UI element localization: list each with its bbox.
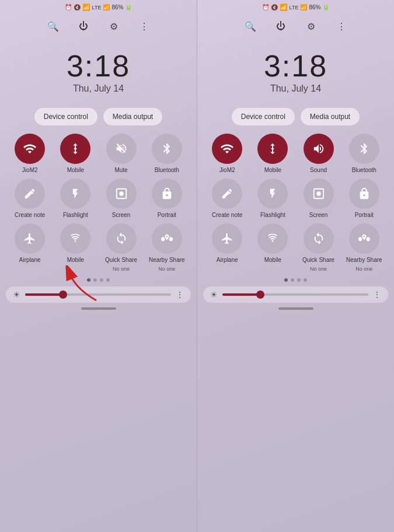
toggle-jiom2[interactable]: JioM2 — [205, 134, 249, 174]
device-control-button[interactable]: Device control — [34, 108, 97, 125]
toggle-bluetooth[interactable]: Bluetooth — [343, 134, 386, 174]
toggle-screen-recorder[interactable]: Screen — [297, 178, 340, 219]
wifi-icon: 📶 — [82, 4, 90, 11]
toggle-circle-sound — [304, 134, 334, 164]
toggle-circle-quick-share — [304, 223, 334, 254]
toggle-circle-mobile-hotspot — [257, 223, 288, 254]
toggle-bluetooth[interactable]: Bluetooth — [145, 134, 189, 174]
toggle-circle-airplane — [212, 223, 242, 254]
mute-icon: 🔇 — [74, 4, 81, 10]
toggle-nearby-share[interactable]: Nearby ShareNo one — [343, 223, 386, 272]
toggle-circle-mute — [106, 134, 137, 164]
toggle-label-mobile-hotspot: Mobile — [264, 257, 281, 264]
more-button[interactable]: ⋮ — [332, 17, 351, 36]
toggle-label-mobile-hotspot: Mobile — [67, 257, 84, 264]
toggle-circle-quick-share — [106, 223, 137, 254]
toggle-create-note[interactable]: Create note — [8, 178, 51, 219]
toggle-jiom2[interactable]: JioM2 — [8, 134, 51, 174]
toggle-circle-airplane — [15, 223, 45, 254]
pagination-dot-0 — [284, 278, 288, 282]
toggle-label-jiom2: JioM2 — [22, 167, 38, 174]
media-output-button[interactable]: Media output — [103, 108, 162, 125]
toggle-circle-mobile-hotspot — [60, 223, 90, 254]
svg-point-2 — [119, 191, 123, 195]
toggle-flashlight[interactable]: Flashlight — [251, 178, 294, 219]
pagination-dots — [284, 278, 307, 282]
toggle-circle-flashlight — [60, 178, 90, 209]
pagination-dot-3 — [304, 278, 307, 282]
alarm-icon: ⏰ — [65, 4, 72, 10]
toggle-label-nearby-share: Nearby Share — [346, 257, 382, 264]
power-button[interactable]: ⏻ — [74, 17, 93, 36]
toggle-circle-jiom2 — [212, 134, 242, 164]
toggle-create-note[interactable]: Create note — [205, 178, 249, 219]
toggle-label-mobile-data: Mobile — [67, 167, 84, 174]
status-bar: ⏰ 🔇 📶 LTE 📶 86% 🔋 — [197, 0, 394, 12]
battery-level: 86% — [309, 4, 320, 10]
toggle-screen-recorder[interactable]: Screen — [99, 178, 142, 219]
search-button[interactable]: 🔍 — [241, 17, 260, 36]
battery-icon: 🔋 — [125, 4, 132, 10]
toggle-quick-share[interactable]: Quick ShareNo one — [297, 223, 340, 272]
toggle-portrait[interactable]: Portrait — [343, 178, 386, 219]
status-icons: ⏰ 🔇 📶 LTE 📶 86% 🔋 — [262, 4, 330, 11]
brightness-fill — [25, 293, 61, 296]
signal-bars: 📶 — [300, 4, 307, 10]
toggle-label-sound: Sound — [310, 167, 327, 174]
toggle-label-portrait: Portrait — [158, 212, 176, 219]
toggle-mute[interactable]: Mute — [99, 134, 142, 174]
svg-point-6 — [316, 191, 320, 195]
toggle-nearby-share[interactable]: Nearby ShareNo one — [145, 223, 189, 272]
settings-button[interactable]: ⚙ — [104, 17, 123, 36]
toggle-flashlight[interactable]: Flashlight — [54, 178, 97, 219]
status-bar: ⏰ 🔇 📶 LTE 📶 86% 🔋 — [0, 0, 197, 12]
lte-icon: LTE — [290, 5, 299, 10]
toggle-sublabel-quick-share: No one — [113, 267, 130, 272]
toggle-sound[interactable]: Sound — [297, 134, 340, 174]
toggle-circle-bluetooth — [349, 134, 379, 164]
clock-time: 3:18 — [264, 51, 327, 81]
toggle-grid: JioM2MobileSoundBluetoothCreate noteFlas… — [203, 134, 388, 272]
mute-annotation-arrow — [58, 265, 105, 306]
media-output-button[interactable]: Media output — [301, 108, 360, 125]
toggle-circle-screen-recorder — [304, 178, 334, 209]
toggle-circle-bluetooth — [152, 134, 182, 164]
clock-date: Thu, July 14 — [73, 83, 124, 94]
power-button[interactable]: ⏻ — [271, 17, 290, 36]
battery-level: 86% — [111, 4, 123, 10]
brightness-more-icon[interactable]: ⋮ — [373, 290, 381, 299]
quick-actions-row: 🔍⏻⚙⋮ — [197, 12, 394, 39]
brightness-more-icon[interactable]: ⋮ — [176, 290, 184, 299]
toggle-airplane[interactable]: Airplane — [8, 223, 51, 272]
toggle-circle-portrait — [152, 178, 182, 209]
toggle-label-create-note: Create note — [212, 212, 242, 219]
clock-area: 3:18 Thu, July 14 — [264, 39, 327, 103]
toggle-portrait[interactable]: Portrait — [145, 178, 189, 219]
brightness-track[interactable] — [222, 293, 368, 296]
toggle-label-airplane: Airplane — [217, 257, 238, 264]
search-button[interactable]: 🔍 — [44, 17, 62, 36]
toggle-label-airplane: Airplane — [19, 257, 41, 264]
brightness-row[interactable]: ☀ ⋮ — [203, 286, 388, 303]
toggle-label-mute: Mute — [114, 167, 127, 174]
device-media-row: Device controlMedia output — [232, 108, 360, 125]
home-indicator[interactable] — [278, 307, 313, 310]
device-media-row: Device controlMedia output — [34, 108, 162, 125]
home-indicator[interactable] — [81, 307, 116, 310]
more-button[interactable]: ⋮ — [135, 17, 154, 36]
mute-icon: 🔇 — [271, 4, 278, 10]
toggle-mobile-data[interactable]: Mobile — [54, 134, 97, 174]
toggle-quick-share[interactable]: Quick ShareNo one — [99, 223, 142, 272]
device-control-button[interactable]: Device control — [232, 108, 295, 125]
toggle-label-bluetooth: Bluetooth — [155, 167, 179, 174]
toggle-label-flashlight: Flashlight — [260, 212, 285, 219]
lte-icon: LTE — [92, 5, 102, 10]
toggle-circle-flashlight — [257, 178, 288, 209]
toggle-circle-jiom2 — [15, 134, 45, 164]
toggle-circle-portrait — [349, 178, 379, 209]
toggle-airplane[interactable]: Airplane — [205, 223, 249, 272]
settings-button[interactable]: ⚙ — [302, 17, 320, 36]
toggle-mobile-data[interactable]: Mobile — [251, 134, 294, 174]
brightness-thumb[interactable] — [256, 290, 264, 299]
toggle-mobile-hotspot[interactable]: Mobile — [251, 223, 294, 272]
